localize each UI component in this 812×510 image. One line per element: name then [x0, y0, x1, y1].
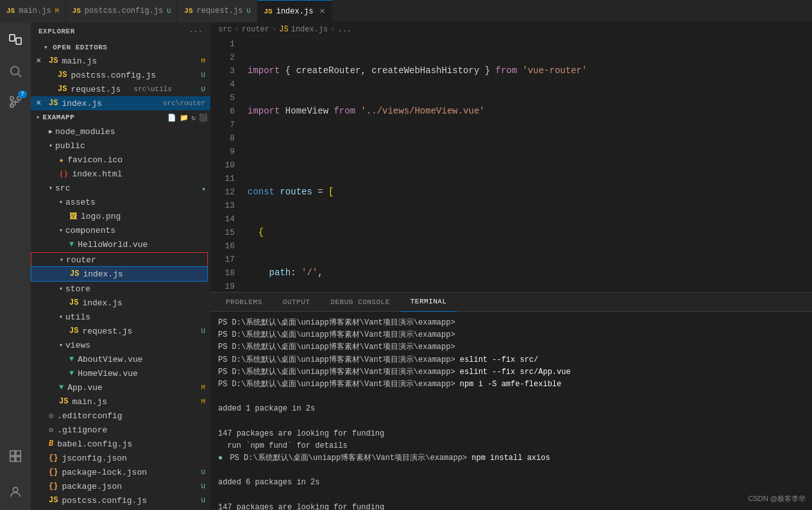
json-js-icon: {} — [49, 454, 58, 463]
tab-output[interactable]: OUTPUT — [273, 293, 321, 312]
file-request[interactable]: JS request.js U — [31, 324, 210, 338]
file-gitignore[interactable]: ⚙ .gitignore — [31, 423, 210, 437]
router-folder-highlight: ▾ router JS index.js — [31, 252, 208, 282]
file-package-lock[interactable]: {} package-lock.json U — [31, 465, 210, 479]
favicon-label: favicon.ico — [67, 155, 123, 165]
activity-account-icon[interactable] — [0, 477, 31, 507]
file-index-html[interactable]: ⟨⟩ index.html — [31, 167, 210, 181]
open-file-request-js[interactable]: JS request.js src\utils U — [31, 82, 210, 96]
file-jsconfig[interactable]: {} jsconfig.json — [31, 451, 210, 465]
router-arrow: ▾ — [60, 256, 63, 264]
close-icon[interactable]: × — [319, 6, 325, 17]
postcss-tree-label: postcss.config.js — [62, 496, 147, 506]
js-file-icon-4: JS — [264, 8, 273, 15]
src-dot — [202, 183, 205, 193]
file-router-index[interactable]: JS index.js — [31, 267, 207, 281]
file-babel-config[interactable]: B babel.config.js — [31, 437, 210, 451]
file-aboutview[interactable]: ▼ AboutView.vue — [31, 352, 210, 366]
file-homeview[interactable]: ▼ HomeView.vue — [31, 366, 210, 380]
term-line-11: run `npm fund` for details — [218, 440, 804, 452]
activity-bar: 7 — [0, 22, 31, 510]
new-file-icon[interactable]: 📄 — [167, 114, 177, 122]
folder-src[interactable]: ▾ src — [31, 181, 210, 195]
js-main-icon: JS — [59, 397, 68, 406]
package-lock-label: package-lock.json — [62, 468, 147, 477]
close-icon-2[interactable]: × — [36, 98, 41, 108]
file-postcss-tree[interactable]: JS postcss.config.js U — [31, 493, 210, 507]
file-main-js-tree[interactable]: JS main.js M — [31, 395, 210, 409]
folder-node-modules[interactable]: ▶ node_modules — [31, 124, 210, 139]
file-logo[interactable]: 🖼 logo.png — [31, 209, 210, 223]
file-helloworld[interactable]: ▼ HelloWorld.vue — [31, 237, 210, 251]
open-file-main-js[interactable]: × JS main.js M — [31, 54, 210, 68]
svg-point-4 — [10, 97, 14, 101]
tab-problems[interactable]: PROBLEMS — [216, 293, 273, 312]
tab-request-js[interactable]: JS request.js U — [178, 0, 257, 22]
code-content[interactable]: import { createRouter, createWebHashHist… — [242, 37, 812, 292]
activity-search-icon[interactable] — [0, 56, 31, 87]
project-arrow: ▾ — [36, 114, 40, 121]
request-modifier: U — [201, 85, 205, 93]
tab-main-js-label: main.js — [19, 6, 51, 15]
collapse-icon[interactable]: ⬛ — [199, 114, 208, 122]
app-vue-label: App.vue — [67, 383, 103, 393]
tab-terminal[interactable]: TERMINAL — [400, 293, 457, 312]
file-store-index[interactable]: JS index.js — [31, 296, 210, 310]
open-editors-title[interactable]: ▾ Open Editors — [31, 40, 210, 54]
assets-label: assets — [65, 198, 96, 207]
breadcrumb-sep-3: › — [330, 25, 335, 34]
folder-store[interactable]: ▾ store — [31, 282, 210, 296]
open-file-main-js-label: main.js — [62, 56, 97, 66]
activity-explorer-icon[interactable] — [0, 25, 31, 56]
term-line-1: PS D:\系统默认\桌面\uniapp博客素材\Vant项目演示\examap… — [218, 317, 804, 329]
term-line-16: 147 packages are looking for funding — [218, 502, 804, 510]
tab-index-js[interactable]: JS index.js × — [258, 0, 332, 22]
folder-assets[interactable]: ▾ assets — [31, 195, 210, 209]
folder-views[interactable]: ▾ views — [31, 338, 210, 352]
tab-request-modifier: U — [247, 8, 251, 15]
close-icon[interactable]: × — [36, 56, 41, 66]
breadcrumb-file-icon: JS — [279, 25, 288, 34]
comp-arrow: ▾ — [59, 226, 63, 234]
babel-icon: B — [49, 439, 53, 448]
watermark: CSDN @极客李华 — [749, 494, 806, 504]
open-file-index-js[interactable]: × JS index.js src\router — [31, 96, 210, 110]
folder-components[interactable]: ▾ components — [31, 223, 210, 237]
views-arrow: ▾ — [59, 341, 63, 349]
pub-label: public — [55, 141, 85, 151]
term-line-12: ● PS D:\系统默认\桌面\uniapp博客素材\Vant项目演示\exam… — [218, 452, 804, 464]
vue-home-icon: ▼ — [69, 369, 74, 378]
svg-rect-0 — [10, 35, 15, 41]
main-area: 7 Explorer ··· ▾ Open Editors × JS — [0, 22, 812, 510]
project-root[interactable]: ▾ EXAMAPP 📄 📁 ↻ ⬛ — [31, 110, 210, 124]
term-line-4: PS D:\系统默认\桌面\uniapp博客素材\Vant项目演示\examap… — [218, 354, 804, 366]
folder-router[interactable]: ▾ router — [31, 253, 207, 267]
tab-postcss-config[interactable]: JS postcss.config.js U — [66, 0, 178, 22]
open-file-postcss[interactable]: JS postcss.config.js U — [31, 68, 210, 82]
tab-main-js[interactable]: JS main.js M — [0, 0, 66, 22]
file-editorconfig[interactable]: ⚙ .editorconfig — [31, 409, 210, 423]
term-line-13 — [218, 464, 804, 477]
open-file-request-label: request.js — [71, 85, 121, 94]
terminal-content[interactable]: PS D:\系统默认\桌面\uniapp博客素材\Vant项目演示\examap… — [210, 312, 812, 510]
svg-point-11 — [13, 488, 17, 492]
refresh-icon[interactable]: ↻ — [191, 114, 196, 122]
sidebar-header-icons: ··· — [189, 28, 203, 35]
activity-extensions-icon[interactable] — [0, 441, 31, 472]
editorconfig-label: .editorconfig — [57, 411, 122, 421]
folder-utils[interactable]: ▾ utils — [31, 310, 210, 324]
code-editor: 12345 678910 1112131415 16171819 import … — [210, 37, 812, 292]
folder-public[interactable]: ▾ public — [31, 139, 210, 153]
new-folder-icon[interactable]: 📁 — [180, 114, 189, 122]
file-app-vue[interactable]: ▼ App.vue M — [31, 380, 210, 395]
term-line-6: PS D:\系统默认\桌面\uniapp博客素材\Vant项目演示\examap… — [218, 378, 804, 391]
tab-debug-console[interactable]: DEBUG CONSOLE — [320, 293, 400, 312]
svg-rect-7 — [10, 451, 15, 455]
file-package-json[interactable]: {} package.json U — [31, 479, 210, 493]
request-path: src\utils — [134, 85, 172, 93]
package-json-label: package.json — [62, 482, 122, 491]
activity-git-icon[interactable]: 7 — [0, 87, 31, 117]
app-modifier: M — [201, 384, 205, 391]
file-favicon[interactable]: ★ favicon.ico — [31, 153, 210, 167]
file-readme[interactable]: ℹ README.md — [31, 507, 210, 510]
